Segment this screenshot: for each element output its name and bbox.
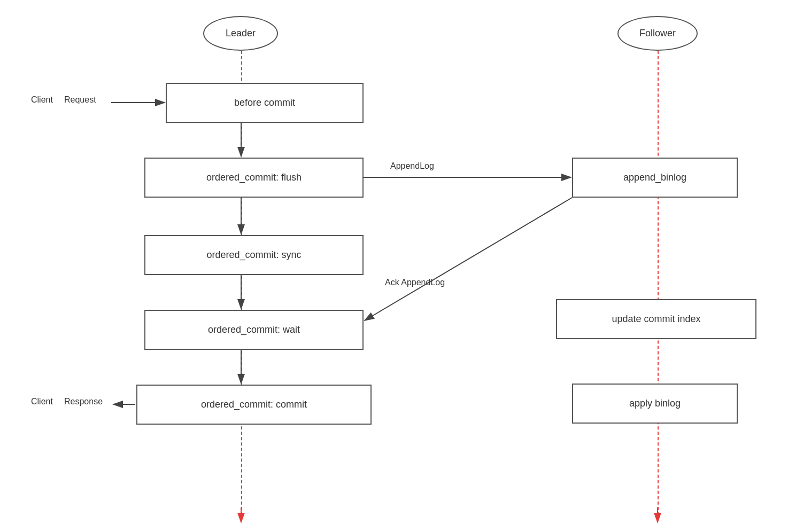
follower-node: Follower	[617, 16, 698, 51]
ordered-commit-label: ordered_commit: commit	[201, 399, 307, 410]
client-request-text: Client	[31, 95, 53, 105]
ordered-wait-label: ordered_commit: wait	[208, 324, 300, 335]
update-commit-node: update commit index	[556, 299, 756, 339]
append-binlog-label: append_binlog	[623, 172, 686, 183]
arrows-svg	[0, 0, 788, 532]
update-commit-label: update commit index	[612, 314, 700, 325]
request-label-text: Request	[64, 95, 96, 105]
ack-appendlog-text: Ack AppendLog	[385, 278, 445, 287]
ordered-sync-label: ordered_commit: sync	[206, 249, 301, 261]
ordered-commit-node: ordered_commit: commit	[136, 385, 372, 425]
response-label-text: Response	[64, 397, 103, 406]
before-commit-label: before commit	[234, 97, 295, 108]
follower-dashed-line	[658, 51, 659, 521]
append-binlog-node: append_binlog	[572, 158, 738, 198]
ack-appendlog-arrow	[365, 198, 572, 320]
client-response-text: Client	[31, 397, 53, 406]
before-commit-node: before commit	[166, 83, 364, 123]
diagram-container: Leader Follower before commit ordered_co…	[0, 0, 788, 532]
follower-label: Follower	[639, 28, 676, 39]
apply-binlog-label: apply binlog	[629, 398, 681, 409]
ordered-wait-node: ordered_commit: wait	[144, 310, 364, 350]
leader-node: Leader	[203, 16, 278, 51]
ordered-flush-node: ordered_commit: flush	[144, 158, 364, 198]
ordered-flush-label: ordered_commit: flush	[206, 172, 302, 183]
leader-label: Leader	[226, 28, 256, 39]
ordered-sync-node: ordered_commit: sync	[144, 235, 364, 275]
apply-binlog-node: apply binlog	[572, 384, 738, 424]
appendlog-text: AppendLog	[390, 161, 434, 171]
